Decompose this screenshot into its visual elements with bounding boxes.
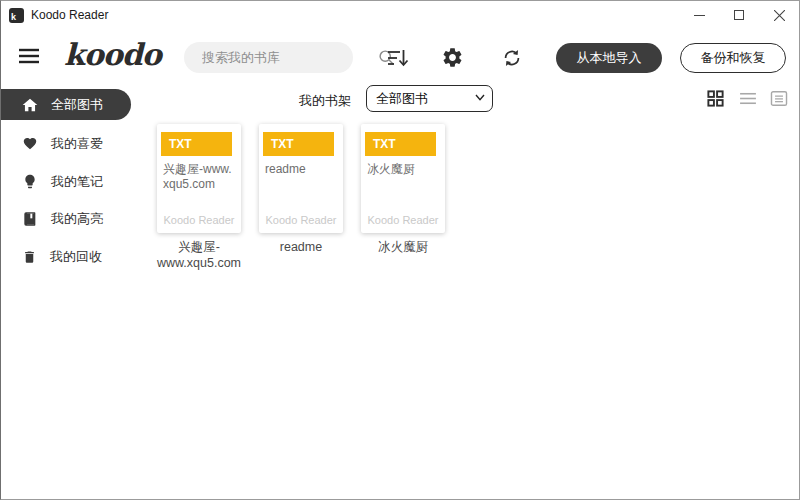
titlebar: k Koodo Reader <box>1 1 799 29</box>
sidebar-item-favorites[interactable]: 我的喜爱 <box>1 128 103 159</box>
shelf-label: 我的书架 <box>299 92 351 110</box>
close-icon <box>774 10 785 21</box>
book-card[interactable]: TXT 冰火魔厨 Koodo Reader <box>361 124 445 233</box>
home-icon <box>22 97 38 113</box>
book-card[interactable]: TXT 兴趣屋-www.xqu5.com Koodo Reader <box>157 124 241 233</box>
sidebar-item-all-books[interactable]: 全部图书 <box>1 89 131 120</box>
search-box <box>184 42 353 73</box>
book-cover-title: 冰火魔厨 <box>367 162 440 177</box>
sidebar-item-highlights[interactable]: 我的高亮 <box>1 203 103 234</box>
app-logo: koodo <box>64 37 161 72</box>
hamburger-icon <box>19 48 39 64</box>
cover-watermark: Koodo Reader <box>361 214 445 226</box>
format-badge: TXT <box>365 132 436 156</box>
shelf-select-wrap: 全部图书 <box>366 85 493 112</box>
format-badge: TXT <box>263 132 334 156</box>
sidebar-item-notes[interactable]: 我的笔记 <box>1 166 103 197</box>
grid-view-icon <box>706 89 725 108</box>
gear-icon <box>441 46 464 69</box>
card-view-icon <box>769 89 789 108</box>
minimize-icon <box>694 10 705 21</box>
list-view-icon <box>738 89 758 108</box>
maximize-button[interactable] <box>719 1 759 29</box>
book-cell: TXT 冰火魔厨 Koodo Reader 冰火魔厨 <box>355 124 451 255</box>
shelf-select[interactable]: 全部图书 <box>366 85 493 112</box>
sidebar-item-label: 我的回收 <box>50 248 102 266</box>
cover-watermark: Koodo Reader <box>259 214 343 226</box>
book-caption: readme <box>253 239 349 255</box>
book-cell: TXT readme Koodo Reader readme <box>253 124 349 255</box>
book-cell: TXT 兴趣屋-www.xqu5.com Koodo Reader 兴趣屋-ww… <box>151 124 247 271</box>
format-badge: TXT <box>161 132 232 156</box>
refresh-icon <box>501 47 523 69</box>
sort-icon <box>387 48 409 68</box>
heart-icon <box>22 136 38 151</box>
app-icon: k <box>9 8 24 23</box>
sort-button[interactable] <box>387 48 409 68</box>
import-button[interactable]: 从本地导入 <box>556 43 662 73</box>
sync-button[interactable] <box>501 47 523 69</box>
settings-button[interactable] <box>441 46 464 69</box>
search-input[interactable] <box>184 50 378 65</box>
backup-restore-button[interactable]: 备份和恢复 <box>680 43 786 73</box>
view-mode-card-button[interactable] <box>769 89 789 108</box>
book-cover-title: 兴趣屋-www.xqu5.com <box>163 162 236 192</box>
view-mode-list-button[interactable] <box>738 89 758 108</box>
sidebar-item-label: 我的高亮 <box>51 210 103 228</box>
hamburger-menu-button[interactable] <box>19 48 39 64</box>
book-caption: 冰火魔厨 <box>355 239 451 255</box>
sidebar-item-trash[interactable]: 我的回收 <box>1 241 102 272</box>
trash-icon <box>22 249 37 265</box>
sidebar-item-label: 我的笔记 <box>51 173 103 191</box>
view-mode-grid-button[interactable] <box>706 89 725 108</box>
minimize-button[interactable] <box>679 1 719 29</box>
app-window: k Koodo Reader koodo <box>0 0 800 500</box>
sidebar-item-label: 我的喜爱 <box>51 135 103 153</box>
book-cover-title: readme <box>265 162 338 177</box>
window-title: Koodo Reader <box>31 8 108 22</box>
maximize-icon <box>734 10 744 20</box>
book-icon <box>22 211 38 227</box>
lightbulb-icon <box>22 173 38 190</box>
book-card[interactable]: TXT readme Koodo Reader <box>259 124 343 233</box>
cover-watermark: Koodo Reader <box>157 214 241 226</box>
sidebar-item-label: 全部图书 <box>51 96 103 114</box>
book-caption: 兴趣屋-www.xqu5.com <box>151 239 247 271</box>
close-button[interactable] <box>759 1 799 29</box>
window-controls <box>679 1 799 29</box>
